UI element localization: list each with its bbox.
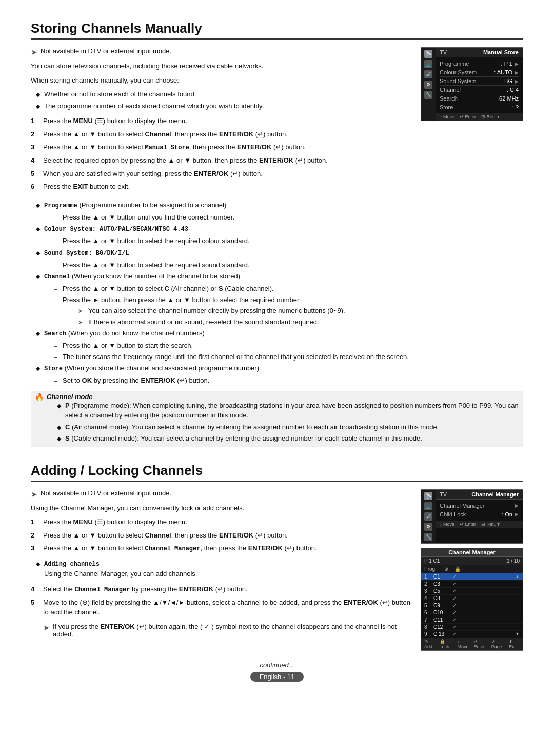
step-4: 4 Select the Channel Manager by pressing… <box>31 584 410 594</box>
sidebar-icon-2: 📺 <box>424 60 432 68</box>
sidebar-icon-1: 📡 <box>424 50 432 58</box>
section2-title: Adding / Locking Channels <box>31 463 523 482</box>
tv-row-sound: Sound System : BG ▶ <box>440 77 519 86</box>
cm-screen-header: TV Channel Manager <box>436 490 523 500</box>
step5-note: ➤ If you press the ENTER/OK (↵) button a… <box>43 623 410 638</box>
option-programme: Programme (Programme number to be assign… <box>36 200 523 223</box>
adding-channels-list: Adding channels Using the Channel Manage… <box>31 559 410 579</box>
channel-notes: You can also select the channel number d… <box>63 306 523 327</box>
section2-intro: Using the Channel Manager, you can conve… <box>31 503 410 513</box>
section1-choose-list: Whether or not to store each of the chan… <box>31 89 410 111</box>
section1-intro1: You can store television channels, inclu… <box>31 61 410 71</box>
section1-title: Storing Channels Manually <box>31 21 523 40</box>
section1-intro2: When storing channels manually, you can … <box>31 75 410 86</box>
channel-mode-box: 🔥 Channel mode P (Programme mode): When … <box>31 391 523 447</box>
step-6: 6 Press the EXIT button to exit. <box>31 182 410 192</box>
channel-mode-list: P (Programme mode): When completing tuni… <box>47 401 519 444</box>
cm-table: Channel Manager P 1 C1 1 / 10 Prog. ⊕ 🔒 … <box>421 548 523 651</box>
note-arrow-icon: ➤ <box>31 48 37 57</box>
channel-mode-item: P (Programme mode): When completing tuni… <box>57 401 519 421</box>
sound-subs: Press the ▲ or ▼ button to select the re… <box>44 260 523 270</box>
tv-screen-header: TV Manual Store <box>436 48 523 57</box>
sub-item: Press the ▲ or ▼ button until you find t… <box>54 212 523 223</box>
sub-item: Set to OK by pressing the ENTER/OK (↵) b… <box>54 375 523 386</box>
list-item: Whether or not to store each of the chan… <box>36 89 410 100</box>
tv-row-store: Store : ? <box>440 103 519 111</box>
table-row: 1 C1 ✓ ▲ <box>421 573 523 581</box>
tv-label: TV <box>440 49 447 55</box>
continued-link: continued... <box>31 661 523 669</box>
menu-label: Manual Store <box>483 49 519 55</box>
sidebar-icon-4: ⚙ <box>424 523 432 531</box>
table-row: 3 C5 ✓ <box>421 588 523 595</box>
table-row: 9 C 13 ✓ ▼ <box>421 631 523 638</box>
table-row: 6 C10 ✓ <box>421 609 523 616</box>
section2-note: ➤ Not available in DTV or external input… <box>31 489 410 499</box>
section1-note: ➤ Not available in DTV or external input… <box>31 47 410 57</box>
tv-sidebar: 📡 📺 🔊 ⚙ 🔧 <box>421 48 436 121</box>
cm-tv-screen: 📡 📺 🔊 ⚙ 🔧 TV Channel Manager <box>421 489 523 544</box>
step-2: 2 Press the ▲ or ▼ button to select Chan… <box>31 530 410 541</box>
cm-row-childlock: Child Lock : On ▶ <box>440 510 519 519</box>
table-row: 4 C8 ✓ <box>421 595 523 602</box>
sub-item: Press the ▲ or ▼ button to start the sea… <box>54 341 523 351</box>
cm-row-manager: Channel Manager ▶ <box>440 502 519 510</box>
page-footer: continued... English - 11 <box>31 661 523 682</box>
adding-channels-item: Adding channels Using the Channel Manage… <box>36 559 410 579</box>
cm-table-subheader: P 1 C1 1 / 10 <box>421 557 523 565</box>
page-badge: English - 11 <box>250 672 304 682</box>
tv-row-colour: Colour System : AUTO ▶ <box>440 68 519 77</box>
step-3: 3 Press the ▲ or ▼ button to select Chan… <box>31 543 410 553</box>
tv-row-search: Search : 62 MHz <box>440 94 519 103</box>
sub-item: Press the ► button, then press the ▲ or … <box>54 295 523 327</box>
table-row: 2 C3 ✓ <box>421 581 523 588</box>
sidebar-icon-2: 📺 <box>424 502 432 510</box>
sub-item: Press the ▲ or ▼ button to select C (Air… <box>54 284 523 294</box>
channel-mode-item: S (Cable channel mode): You can select a… <box>57 433 519 444</box>
step-1: 1 Press the MENU (☰) button to display t… <box>31 116 410 126</box>
cm-table-col-header: Prog. ⊕ 🔒 <box>421 565 523 573</box>
sub-item: The tuner scans the frequency range unti… <box>54 352 523 362</box>
step-3: 3 Press the ▲ or ▼ button to select Manu… <box>31 142 410 152</box>
sub-item: Press the ▲ or ▼ button to select the re… <box>54 236 523 246</box>
note-item: You can also select the channel number d… <box>78 306 523 316</box>
section-adding: Adding / Locking Channels ➤ Not availabl… <box>31 463 523 651</box>
table-row: 8 C12 ✓ <box>421 624 523 631</box>
section1-steps: 1 Press the MENU (☰) button to display t… <box>31 116 410 192</box>
step-5: 5 When you are satisfied with your setti… <box>31 169 410 179</box>
section1-content: ➤ Not available in DTV or external input… <box>31 47 410 197</box>
option-channel: Channel (When you know the number of the… <box>36 271 523 327</box>
option-search: Search (When you do not know the channel… <box>36 328 523 362</box>
section2-content: ➤ Not available in DTV or external input… <box>31 489 410 642</box>
tv-main-area: TV Manual Store Programme : P 1 ▶ Colour… <box>436 48 523 121</box>
cm-sidebar: 📡 📺 🔊 ⚙ 🔧 <box>421 490 436 543</box>
search-subs: Press the ▲ or ▼ button to start the sea… <box>44 341 523 362</box>
option-store: Store (When you store the channel and as… <box>36 363 523 386</box>
tv-footer: ↕ Move ↵ Enter ⊞ Return <box>436 113 523 121</box>
note-arrow-icon2: ➤ <box>43 623 50 632</box>
note-arrow-icon: ➤ <box>31 490 37 499</box>
cm-table-header: Channel Manager <box>421 548 523 557</box>
step-5: 5 Move to the (⊕) field by pressing the … <box>31 598 410 618</box>
table-row: 7 C11 ✓ <box>421 616 523 624</box>
fire-icon: 🔥 <box>35 393 44 401</box>
programme-subs: Press the ▲ or ▼ button until you find t… <box>44 212 523 223</box>
table-row: 5 C9 ✓ <box>421 602 523 609</box>
step-4: 4 Select the required option by pressing… <box>31 155 410 166</box>
cm-tv-label: TV <box>440 491 447 498</box>
tv-screen-manual-store: 📡 📺 🔊 ⚙ 🔧 TV Manual Store Programme : P <box>421 47 523 121</box>
option-sound: Sound System: BG/DK/I/L Press the ▲ or ▼… <box>36 248 523 270</box>
section-storing: Storing Channels Manually ➤ Not availabl… <box>31 21 523 447</box>
step-2: 2 Press the ▲ or ▼ button to select Chan… <box>31 129 410 140</box>
section2-steps: 1 Press the MENU (☰) button to display t… <box>31 517 410 553</box>
note-item: If there is abnormal sound or no sound, … <box>78 317 523 327</box>
tv-row-channel: Channel : C 4 <box>440 86 519 94</box>
cm-menu-label: Channel Manager <box>471 491 519 498</box>
cm-table-footer: ⊕ Add 🔒 Lock ↕ Move ↵ Enter ↗ Page ⬆ Exi… <box>421 638 523 650</box>
right-screens: 📡 📺 🔊 ⚙ 🔧 TV Channel Manager <box>421 489 523 651</box>
sidebar-icon-3: 🔊 <box>424 512 432 521</box>
channel-mode-title: Channel mode <box>47 393 93 401</box>
sidebar-icon-5: 🔧 <box>424 91 432 99</box>
channel-subs: Press the ▲ or ▼ button to select C (Air… <box>44 284 523 327</box>
cm-main-area: TV Channel Manager Channel Manager ▶ Chi… <box>436 490 523 543</box>
